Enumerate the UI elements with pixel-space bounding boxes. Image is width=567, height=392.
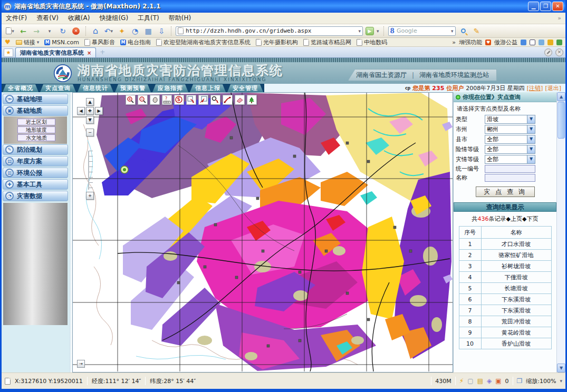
menu-view[interactable]: 查看(V) <box>36 14 59 23</box>
scale-icon[interactable]: S <box>174 95 184 105</box>
minimize-button[interactable]: ▁ <box>528 2 539 11</box>
messenger-icon[interactable] <box>521 40 526 45</box>
danger-level-select[interactable]: 全部▼ <box>485 145 535 154</box>
prev-page-link[interactable]: ◆上页 <box>506 215 522 222</box>
link-radio[interactable]: M电台指南 <box>120 38 151 46</box>
nav-tab-report[interactable]: 信息上报 <box>190 84 226 92</box>
geology-map-canvas[interactable] <box>73 93 453 371</box>
map-area[interactable]: ? S ▲ ◀ ✚ ▶ ▼ − + → <box>72 92 453 373</box>
nav-tab-overview[interactable]: 全省概况 <box>3 84 39 92</box>
link-guangnian[interactable]: 光年摄影机构 <box>256 38 298 46</box>
charity-label[interactable]: 傲游公益 <box>494 38 517 46</box>
favorites-star-icon[interactable]: ★ <box>4 48 13 57</box>
search-box[interactable]: 8 Google ▾ <box>388 26 456 36</box>
table-row[interactable]: 9黄花岭滑坡 <box>459 327 551 338</box>
link-lanlu[interactable]: 览路城市精品网 <box>303 38 351 46</box>
url-dropdown-icon[interactable]: ▾ <box>358 28 361 34</box>
close-tabs-icon[interactable]: ✕ <box>555 48 563 56</box>
chevron-down-icon[interactable]: ▼ <box>527 145 535 153</box>
scroll-thumb[interactable] <box>558 102 565 139</box>
collector-heart-icon[interactable]: ♥ <box>5 38 11 46</box>
sidebar-item-base-geology[interactable]: ▣基础地质 <box>3 105 68 116</box>
disaster-level-select[interactable]: 全部▼ <box>485 155 535 164</box>
zoom-select-icon[interactable]: ❐ <box>517 377 523 385</box>
go-dropdown-icon[interactable]: ▾ <box>377 28 379 34</box>
org-link-geo-monitoring[interactable]: 湖南省地质环境监测总站 <box>419 71 489 80</box>
eraser-icon[interactable] <box>235 95 245 105</box>
links-overflow-icon[interactable]: » <box>452 39 456 46</box>
menu-overflow-icon[interactable]: » <box>558 15 561 22</box>
new-page-icon[interactable]: ▾ <box>5 26 15 36</box>
window-icon[interactable] <box>530 40 535 45</box>
plugin-icon[interactable]: ◈ <box>487 377 492 385</box>
history-icon[interactable]: ◔ <box>130 26 140 36</box>
table-row[interactable]: 2骆家恒矿滑地 <box>459 250 551 261</box>
folder-icon[interactable]: ▤ <box>477 377 483 385</box>
menu-help[interactable]: 帮助(H) <box>169 14 191 23</box>
refresh-icon[interactable]: ↻ <box>57 26 68 36</box>
disaster-query-button[interactable]: 灾 点 查 询 <box>476 187 535 197</box>
legend-tree-icon[interactable] <box>247 95 257 105</box>
draw-line-icon[interactable] <box>223 95 233 105</box>
highlight-icon[interactable]: ✎ <box>472 26 482 36</box>
sidebar-item-prevention-plan[interactable]: ✎防治规划 <box>3 144 68 155</box>
table-row[interactable]: 4下僮滑坡 <box>459 272 551 283</box>
image-counter-icon[interactable]: ▣ <box>495 377 501 385</box>
active-tab[interactable]: 湖南省地质灾害信息系统× <box>15 47 96 57</box>
home-icon[interactable]: ⌂ <box>90 26 101 36</box>
table-row[interactable]: 1才口水滑坡 <box>459 239 551 250</box>
scroll-track[interactable] <box>557 139 565 364</box>
county-select[interactable]: 全部▼ <box>485 135 535 144</box>
table-row[interactable]: 7下东溪滑坡 <box>459 305 551 316</box>
pan-east-icon[interactable]: → <box>77 360 85 368</box>
sub-item-rock-zoning[interactable]: 岩土区划 <box>17 119 55 125</box>
city-select[interactable]: 郴州▼ <box>485 125 535 134</box>
type-select[interactable]: 滑坡▼ <box>485 115 535 124</box>
name-input[interactable] <box>485 174 535 182</box>
search-icon[interactable] <box>458 26 469 36</box>
undo-icon[interactable]: ↶▾ <box>103 26 114 36</box>
sidebar-item-base-geography[interactable]: ≫基础地理 <box>3 94 68 104</box>
table-row[interactable]: 10香炉山滑坡 <box>459 338 551 349</box>
box-select-icon[interactable] <box>186 95 196 105</box>
links-folder[interactable]: 链接▾ <box>16 38 40 46</box>
menu-groups[interactable]: 快捷组(G) <box>99 14 128 23</box>
tab-close-icon[interactable]: × <box>87 50 91 56</box>
table-row[interactable]: 6下东溪滑坡 <box>459 294 551 305</box>
close-button[interactable]: ✕ <box>552 2 563 11</box>
measure-distance-icon[interactable]: ? <box>162 95 172 105</box>
logout-link[interactable]: [注销] <box>527 84 543 92</box>
link-hunan-geo[interactable]: 欢迎登陆湖南省地质灾害信息系统 <box>156 38 251 46</box>
sidebar-item-env-bulletin[interactable]: ▥环境公报 <box>3 168 68 178</box>
next-page-link[interactable]: ◆下页 <box>522 215 538 222</box>
download-icon[interactable]: ⇩ <box>156 26 167 36</box>
back-icon[interactable]: ← <box>18 26 28 36</box>
scroll-up-icon[interactable]: ▲ <box>557 92 565 101</box>
search-dropdown-icon[interactable]: ▾ <box>451 28 454 34</box>
zoom-slider[interactable] <box>88 151 93 190</box>
pan-icon[interactable] <box>150 95 160 105</box>
chevron-down-icon[interactable]: ▼ <box>527 135 535 143</box>
link-zhongdi[interactable]: 中地数码 <box>357 38 387 46</box>
zoom-dropdown-icon[interactable]: ▾ <box>560 378 562 384</box>
maximize-button[interactable]: ❐ <box>540 2 551 11</box>
uniform-code-input[interactable] <box>485 165 535 173</box>
go-icon[interactable]: ▶ <box>366 27 374 35</box>
sidebar-item-basic-tools[interactable]: ✚基本工具 <box>3 179 68 190</box>
frames-icon[interactable]: ▦ <box>143 26 153 36</box>
wrench-icon[interactable] <box>544 48 552 56</box>
url-text[interactable]: http://dzzh.hndh.gov.cn/gridweb.aspx <box>186 27 356 34</box>
nav-tab-forecast[interactable]: 预测预警 <box>115 84 151 92</box>
nav-tab-security[interactable]: 安全管理 <box>227 84 263 92</box>
table-row[interactable]: 8荒田冲滑坡 <box>459 316 551 327</box>
org-link-land-resources[interactable]: 湖南省国土资源厅 <box>356 71 407 80</box>
table-row[interactable]: 3衫树垅滑坡 <box>459 261 551 272</box>
charity-heart-icon[interactable]: ♥ <box>485 40 491 45</box>
enhance-label[interactable]: 增强功能 <box>459 38 482 46</box>
menu-file[interactable]: 文件(F) <box>6 14 27 23</box>
pan-down-icon[interactable]: ▼ <box>86 116 94 124</box>
pan-left-icon[interactable]: ◀ <box>77 107 85 115</box>
search-input[interactable]: Google <box>397 27 449 34</box>
menu-favorites[interactable]: 收藏(A) <box>68 14 90 23</box>
chevron-down-icon[interactable]: ▼ <box>527 155 535 163</box>
